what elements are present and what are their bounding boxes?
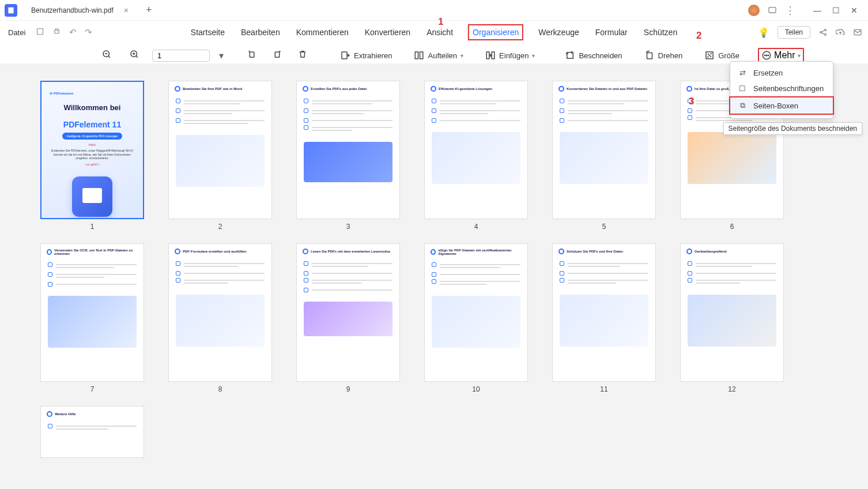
extract-label: Extrahieren xyxy=(354,51,392,60)
rotate-right-button[interactable] xyxy=(272,49,282,62)
document-tab[interactable]: Benutzerhandbuch-win.pdf × xyxy=(23,2,137,18)
app-logo xyxy=(5,4,17,17)
page-boxes-icon: ⧉ xyxy=(737,101,748,110)
tab-filename: Benutzerhandbuch-win.pdf xyxy=(31,6,114,14)
rotate-button[interactable]: Drehen xyxy=(641,48,686,63)
maximize-button[interactable]: ☐ xyxy=(827,2,845,18)
kebab-menu-icon[interactable]: ⋮ xyxy=(785,5,795,16)
print-icon[interactable] xyxy=(52,27,61,37)
cloud-upload-icon[interactable] xyxy=(836,28,845,37)
page-thumb-5[interactable]: Konvertieren Sie Dateien in und aus PDF-… xyxy=(552,81,656,231)
more-dropdown: ⇄ Ersetzen ☐ Seitenbeschriftungen ⧉ Seit… xyxy=(730,61,833,119)
minimize-button[interactable]: — xyxy=(808,2,827,18)
zoom-in-button[interactable] xyxy=(129,49,139,62)
svg-rect-10 xyxy=(250,52,254,57)
page-thumb-7[interactable]: Verwenden Sie OCR, um Text in PDF-Dateie… xyxy=(40,243,144,393)
share-network-icon[interactable] xyxy=(818,28,828,37)
rotate-label: Drehen xyxy=(658,51,683,60)
tooltip: Seitengröße des Dokuments beschneiden xyxy=(723,122,862,135)
rotate-left-button[interactable] xyxy=(247,49,257,62)
crop-button[interactable]: Beschneiden xyxy=(561,48,625,63)
page-thumb-13[interactable]: Weitere Hilfe xyxy=(40,406,144,458)
titlebar: Benutzerhandbuch-win.pdf × + ⋮ — ☐ ✕ xyxy=(0,0,868,21)
main-menu: Startseite Bearbeiten Kommentieren Konve… xyxy=(190,24,678,40)
svg-rect-0 xyxy=(8,7,13,13)
menu-formular[interactable]: Formular xyxy=(594,24,629,40)
page-thumb-10[interactable]: eSign für PDF-Dateien mit zertifikatbasi… xyxy=(424,243,528,393)
more-label: Mehr xyxy=(774,50,795,61)
menubar: Datei ↶ ↷ Startseite Bearbeiten Kommenti… xyxy=(0,21,868,44)
page-thumb-11[interactable]: Schützen Sie PDFs und Ihre Daten 11 xyxy=(552,243,656,393)
zoom-out-button[interactable] xyxy=(101,49,112,62)
menu-bearbeiten[interactable]: Bearbeiten xyxy=(240,24,281,40)
extract-button[interactable]: Extrahieren xyxy=(337,48,395,63)
svg-point-21 xyxy=(764,55,765,56)
menu-ansicht[interactable]: Ansicht xyxy=(425,24,454,40)
insert-button[interactable]: Einfügen ▾ xyxy=(482,48,538,63)
page-thumb-9[interactable]: Lesen Sie PDFs mit dem erweiterten Lesem… xyxy=(296,243,400,393)
split-label: Aufteilen xyxy=(428,51,457,60)
dropdown-page-boxes[interactable]: ⧉ Seiten-Boxen xyxy=(729,96,834,115)
svg-point-5 xyxy=(825,29,827,31)
svg-rect-15 xyxy=(486,52,489,59)
svg-rect-18 xyxy=(647,53,652,59)
svg-point-6 xyxy=(825,34,827,36)
menu-organisieren[interactable]: Organisieren xyxy=(468,24,523,40)
page-thumb-4[interactable]: Effiziente KI-gestützte Lösungen 4 xyxy=(424,81,528,231)
page-thumb-1[interactable]: ⊘ PDFelement Willkommen bei PDFelement 1… xyxy=(40,81,144,231)
menu-schuetzen[interactable]: Schützen xyxy=(643,24,678,40)
delete-button[interactable] xyxy=(297,49,308,62)
menu-startseite[interactable]: Startseite xyxy=(190,24,226,40)
crop-label: Beschneiden xyxy=(579,51,622,60)
svg-point-4 xyxy=(820,32,822,33)
svg-rect-2 xyxy=(37,29,43,35)
dropdown-replace[interactable]: ⇄ Ersetzen xyxy=(730,65,833,81)
svg-rect-3 xyxy=(55,31,59,33)
svg-rect-14 xyxy=(420,52,423,59)
replace-icon: ⇄ xyxy=(737,69,748,77)
add-tab-button[interactable]: + xyxy=(146,4,152,16)
page-thumb-3[interactable]: Erstellen Sie PDFs aus jeder Datei 3 xyxy=(296,81,400,231)
redo-icon[interactable]: ↷ xyxy=(85,27,92,37)
page-labels-icon: ☐ xyxy=(737,84,748,93)
file-menu[interactable]: Datei xyxy=(6,26,28,39)
menu-kommentieren[interactable]: Kommentieren xyxy=(295,24,350,40)
svg-point-22 xyxy=(766,55,767,56)
page-thumb-8[interactable]: PDF-Formulare erstellen und ausfüllen 8 xyxy=(168,243,272,393)
menu-werkzeuge[interactable]: Werkzeuge xyxy=(537,24,580,40)
undo-icon[interactable]: ↶ xyxy=(69,27,77,37)
dropdown-caret-icon[interactable]: ▾ xyxy=(219,50,224,61)
svg-rect-16 xyxy=(492,52,495,59)
insert-label: Einfügen xyxy=(499,51,529,60)
close-window-button[interactable]: ✕ xyxy=(845,2,863,18)
menu-konvertieren[interactable]: Konvertieren xyxy=(364,24,412,40)
lightbulb-icon[interactable]: 💡 xyxy=(758,27,769,38)
svg-rect-13 xyxy=(416,52,418,59)
message-icon[interactable] xyxy=(768,6,777,15)
user-avatar[interactable] xyxy=(748,5,760,16)
share-button[interactable]: Teilen xyxy=(778,26,810,39)
save-icon[interactable] xyxy=(36,27,44,37)
page-thumb-2[interactable]: Bearbeiten Sie Ihre PDF wie in Word 2 xyxy=(168,81,272,231)
split-button[interactable]: Aufteilen ▾ xyxy=(410,48,467,63)
size-label: Größe xyxy=(718,51,739,60)
svg-rect-1 xyxy=(769,7,776,12)
page-number-input[interactable] xyxy=(152,50,210,62)
close-tab-icon[interactable]: × xyxy=(124,6,129,15)
page-thumb-12[interactable]: Geräteübergreifend 12 xyxy=(680,243,784,393)
svg-rect-12 xyxy=(342,52,347,59)
svg-rect-11 xyxy=(275,52,280,57)
svg-point-23 xyxy=(768,55,769,56)
dropdown-page-labels[interactable]: ☐ Seitenbeschriftungen xyxy=(730,81,833,96)
envelope-icon[interactable] xyxy=(853,28,862,37)
